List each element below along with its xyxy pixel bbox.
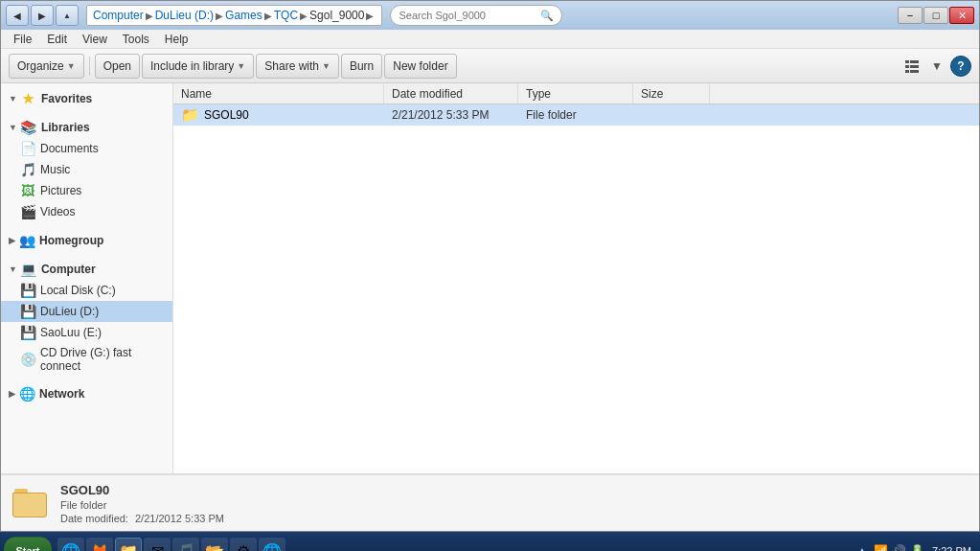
ie-icon: 🌐 bbox=[61, 542, 80, 552]
pictures-icon: 🖼 bbox=[20, 183, 35, 198]
include-library-button[interactable]: Include in library ▼ bbox=[142, 54, 254, 79]
breadcrumb-dulieu[interactable]: DuLieu (D:) bbox=[155, 9, 214, 22]
folder-icon: 📁 bbox=[181, 106, 199, 124]
menu-bar: File Edit View Tools Help bbox=[1, 30, 979, 49]
burn-button[interactable]: Burn bbox=[341, 54, 382, 79]
local-disk-c-label: Local Disk (C:) bbox=[40, 284, 116, 297]
title-bar-left: ◀ ▶ ▲ Computer ▶ DuLieu (D:) ▶ Games ▶ T… bbox=[6, 5, 562, 26]
tray-network-icon[interactable]: 📶 bbox=[873, 543, 888, 551]
sidebar-libraries-header[interactable]: ▼ 📚 Libraries bbox=[1, 117, 172, 138]
view-list-button[interactable] bbox=[900, 56, 923, 77]
sidebar-item-saoluu-e[interactable]: 💾 SaoLuu (E:) bbox=[1, 322, 172, 343]
sidebar-item-dulieu-d[interactable]: 💾 DuLieu (D:) bbox=[1, 301, 172, 322]
tray-icon-1[interactable]: ▲ bbox=[855, 543, 870, 551]
breadcrumb-games[interactable]: Games bbox=[225, 9, 262, 22]
star-icon: ★ bbox=[21, 91, 36, 106]
menu-edit[interactable]: Edit bbox=[39, 31, 75, 48]
sidebar-item-videos[interactable]: 🎬 Videos bbox=[1, 201, 172, 222]
organize-label: Organize bbox=[17, 59, 64, 73]
libraries-label: Libraries bbox=[41, 121, 90, 134]
taskbar-icon-media[interactable]: 🎵 bbox=[172, 538, 199, 551]
sidebar-item-documents[interactable]: 📄 Documents bbox=[1, 138, 172, 159]
media-icon: 🎵 bbox=[176, 542, 195, 552]
taskbar-icon-mail[interactable]: ✉ bbox=[144, 538, 171, 551]
sidebar-item-pictures[interactable]: 🖼 Pictures bbox=[1, 180, 172, 201]
sidebar-section-network: ▶ 🌐 Network bbox=[1, 383, 172, 404]
breadcrumb-tqc[interactable]: TQC bbox=[274, 9, 298, 22]
favorites-label: Favorites bbox=[41, 92, 92, 105]
status-bar: SGOL90 File folder Date modified: 2/21/2… bbox=[1, 473, 979, 531]
sidebar-item-cd-drive[interactable]: 💿 CD Drive (G:) fast connect bbox=[1, 343, 172, 376]
tray-battery-icon[interactable]: 🔋 bbox=[909, 543, 924, 551]
open-button[interactable]: Open bbox=[95, 54, 140, 79]
tray-volume-icon[interactable]: 🔊 bbox=[891, 543, 906, 551]
svg-rect-0 bbox=[905, 60, 909, 63]
sidebar-network-header[interactable]: ▶ 🌐 Network bbox=[1, 383, 172, 404]
search-box[interactable]: 🔍 bbox=[390, 5, 562, 26]
share-with-button[interactable]: Share with ▼ bbox=[256, 54, 339, 79]
minimize-button[interactable]: − bbox=[898, 7, 923, 24]
view-dropdown-button[interactable]: ▼ bbox=[925, 56, 948, 77]
hdd-e-icon: 💾 bbox=[20, 325, 35, 340]
mail-icon: ✉ bbox=[151, 542, 164, 552]
organize-arrow-icon: ▼ bbox=[67, 61, 76, 71]
menu-help[interactable]: Help bbox=[157, 31, 196, 48]
main-content: ▼ ★ Favorites ▼ 📚 Libraries 📄 Documents … bbox=[1, 83, 979, 473]
taskbar-icon-settings[interactable]: ⚙ bbox=[230, 538, 257, 551]
computer-icon: 💻 bbox=[21, 262, 36, 277]
help-button[interactable]: ? bbox=[950, 56, 971, 77]
network-icon: 🌐 bbox=[19, 386, 34, 402]
column-type-header[interactable]: Type bbox=[518, 83, 633, 103]
taskbar-icon-ie[interactable]: 🌐 bbox=[57, 538, 84, 551]
documents-label: Documents bbox=[40, 142, 99, 155]
libraries-icon: 📚 bbox=[21, 120, 36, 135]
sidebar-computer-header[interactable]: ▼ 💻 Computer bbox=[1, 259, 172, 280]
documents-icon: 📄 bbox=[20, 141, 35, 156]
menu-tools[interactable]: Tools bbox=[115, 31, 157, 48]
folder-task-icon: 📁 bbox=[119, 542, 138, 552]
breadcrumb-computer[interactable]: Computer bbox=[93, 9, 144, 22]
taskbar-icon-network[interactable]: 🌐 bbox=[259, 538, 285, 551]
breadcrumb[interactable]: Computer ▶ DuLieu (D:) ▶ Games ▶ TQC ▶ S… bbox=[86, 5, 382, 26]
taskbar-icon-firefox[interactable]: 🦊 bbox=[86, 538, 113, 551]
back-button[interactable]: ◀ bbox=[6, 5, 29, 26]
sidebar-item-music[interactable]: 🎵 Music bbox=[1, 159, 172, 180]
hdd-c-icon: 💾 bbox=[20, 283, 35, 298]
sidebar-favorites-header[interactable]: ▼ ★ Favorites bbox=[1, 88, 172, 109]
column-date-header[interactable]: Date modified bbox=[384, 83, 518, 103]
column-size-header[interactable]: Size bbox=[633, 83, 710, 103]
taskbar-icon-files[interactable]: 📂 bbox=[201, 538, 228, 551]
title-bar: ◀ ▶ ▲ Computer ▶ DuLieu (D:) ▶ Games ▶ T… bbox=[1, 1, 979, 30]
up-button[interactable]: ▲ bbox=[56, 5, 79, 26]
taskbar-icon-folder[interactable]: 📁 bbox=[115, 538, 142, 551]
sidebar-homegroup-header[interactable]: ▶ 👥 Homegroup bbox=[1, 230, 172, 251]
sidebar-section-computer: ▼ 💻 Computer 💾 Local Disk (C:) 💾 DuLieu … bbox=[1, 259, 172, 376]
organize-button[interactable]: Organize ▼ bbox=[9, 54, 84, 79]
search-input[interactable] bbox=[399, 10, 540, 21]
sidebar: ▼ ★ Favorites ▼ 📚 Libraries 📄 Documents … bbox=[1, 83, 173, 473]
toolbar-separator-1 bbox=[89, 57, 90, 76]
table-row[interactable]: 📁 SGOL90 2/21/2012 5:33 PM File folder bbox=[173, 104, 979, 126]
folder-body bbox=[12, 493, 47, 517]
new-folder-label: New folder bbox=[393, 59, 447, 73]
sidebar-item-local-disk-c[interactable]: 💾 Local Disk (C:) bbox=[1, 280, 172, 301]
new-folder-button[interactable]: New folder bbox=[384, 54, 456, 79]
large-folder-icon bbox=[12, 489, 47, 517]
window-controls: − □ ✕ bbox=[898, 7, 974, 24]
start-button[interactable]: Start bbox=[4, 537, 52, 551]
menu-view[interactable]: View bbox=[75, 31, 115, 48]
music-label: Music bbox=[40, 163, 70, 176]
burn-label: Burn bbox=[350, 59, 374, 73]
sidebar-section-homegroup: ▶ 👥 Homegroup bbox=[1, 230, 172, 251]
homegroup-label: Homegroup bbox=[39, 234, 103, 247]
file-type-cell: File folder bbox=[518, 104, 633, 126]
share-with-label: Share with bbox=[264, 59, 319, 73]
column-name-header[interactable]: Name bbox=[173, 83, 384, 103]
cd-icon: 💿 bbox=[20, 352, 35, 367]
menu-file[interactable]: File bbox=[6, 31, 39, 48]
maximize-button[interactable]: □ bbox=[923, 7, 948, 24]
saoluu-e-label: SaoLuu (E:) bbox=[40, 326, 102, 339]
status-name: SGOL90 bbox=[60, 483, 224, 497]
forward-button[interactable]: ▶ bbox=[31, 5, 54, 26]
close-button[interactable]: ✕ bbox=[949, 7, 974, 24]
